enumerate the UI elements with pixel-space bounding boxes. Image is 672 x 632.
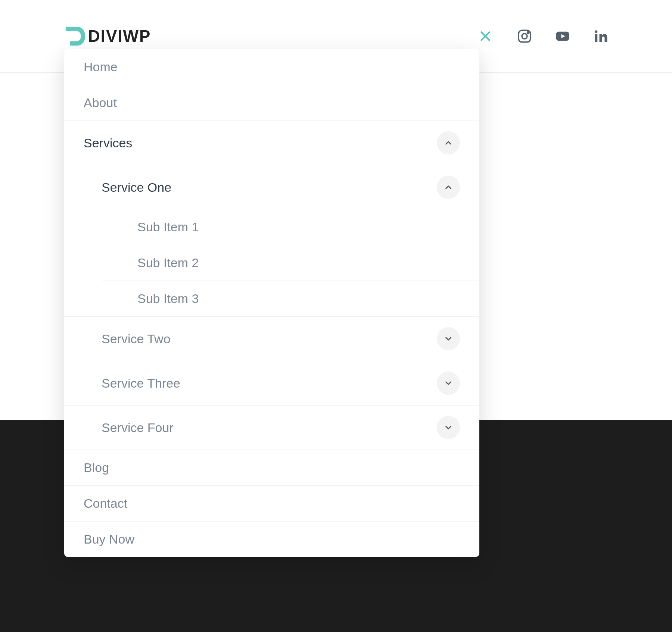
logo-icon <box>63 25 87 48</box>
services-submenu: Service One Sub Item 1 Sub Item 2 Sub It… <box>64 165 479 450</box>
nav-item-service-four[interactable]: Service Four <box>64 406 479 450</box>
nav-item-services[interactable]: Services <box>64 121 479 165</box>
nav-item-sub-2[interactable]: Sub Item 2 <box>102 245 479 281</box>
nav-item-service-two[interactable]: Service Two <box>64 317 479 361</box>
nav-item-label: Sub Item 3 <box>137 291 199 306</box>
nav-item-label: Blog <box>84 460 109 475</box>
nav-item-label: Contact <box>84 496 127 511</box>
svg-point-4 <box>528 32 529 33</box>
logo[interactable]: DIVIWP <box>63 25 151 48</box>
logo-text: DIVIWP <box>88 27 151 46</box>
nav-item-label: Service Three <box>102 376 180 391</box>
nav-item-label: Sub Item 1 <box>137 220 199 234</box>
nav-item-label: Service One <box>102 180 171 195</box>
service-one-submenu: Sub Item 1 Sub Item 2 Sub Item 3 <box>102 209 479 316</box>
logo-text-part2: WP <box>123 27 151 45</box>
service-one-submenu-wrapper: Sub Item 1 Sub Item 2 Sub Item 3 <box>64 209 479 317</box>
nav-item-sub-3[interactable]: Sub Item 3 <box>102 281 479 316</box>
svg-rect-6 <box>595 34 597 42</box>
chevron-up-icon[interactable] <box>437 131 460 154</box>
chevron-down-icon[interactable] <box>437 416 460 439</box>
svg-point-3 <box>522 34 527 39</box>
nav-item-label: Sub Item 2 <box>137 256 199 270</box>
nav-item-label: Home <box>84 60 118 74</box>
nav-item-label: Service Four <box>102 420 174 435</box>
nav-item-service-one[interactable]: Service One <box>64 165 479 209</box>
linkedin-icon[interactable] <box>593 28 609 44</box>
nav-item-label: Buy Now <box>84 532 134 547</box>
nav-item-label: Service Two <box>102 332 171 346</box>
nav-item-label: Services <box>84 136 132 150</box>
chevron-down-icon[interactable] <box>437 327 460 350</box>
nav-item-label: About <box>84 96 117 110</box>
header-actions <box>478 28 609 44</box>
chevron-up-icon[interactable] <box>437 176 460 199</box>
nav-item-blog[interactable]: Blog <box>64 450 479 486</box>
nav-item-buy-now[interactable]: Buy Now <box>64 522 479 557</box>
nav-item-service-three[interactable]: Service Three <box>64 361 479 406</box>
social-icons <box>517 28 609 44</box>
instagram-icon[interactable] <box>517 28 532 44</box>
svg-point-7 <box>595 30 597 33</box>
nav-menu-panel: Home About Services Service One Sub Item… <box>64 49 479 557</box>
logo-text-part1: DIVI <box>88 27 123 45</box>
chevron-down-icon[interactable] <box>437 372 460 395</box>
nav-item-home[interactable]: Home <box>64 49 479 85</box>
youtube-icon[interactable] <box>555 28 570 44</box>
nav-item-about[interactable]: About <box>64 85 479 121</box>
nav-item-sub-1[interactable]: Sub Item 1 <box>102 209 479 245</box>
close-icon[interactable] <box>478 29 493 44</box>
nav-item-contact[interactable]: Contact <box>64 486 479 522</box>
